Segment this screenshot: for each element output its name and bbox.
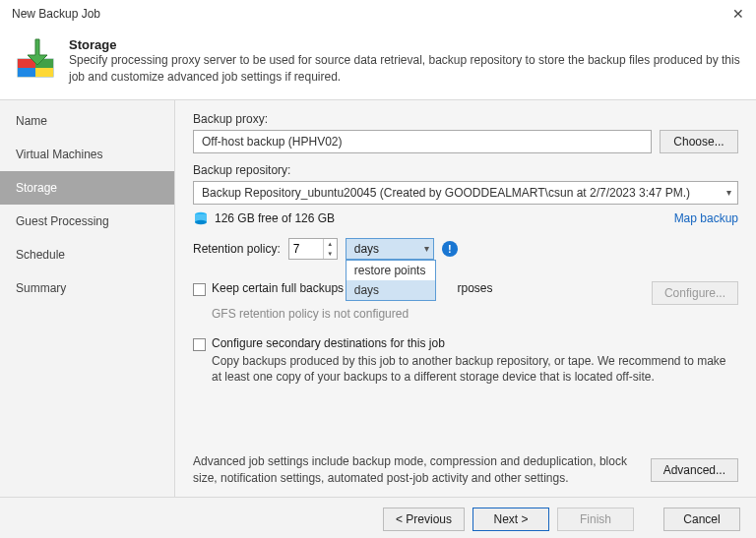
- free-space-text: 126 GB free of 126 GB: [215, 211, 335, 225]
- secondary-label: Configure secondary destinations for thi…: [212, 336, 445, 350]
- keep-full-checkbox[interactable]: [193, 283, 206, 296]
- nav-item-schedule[interactable]: Schedule: [0, 238, 174, 271]
- option-restore-points[interactable]: restore points: [346, 261, 435, 280]
- retention-unit-combo[interactable]: days ▾ restore points days: [346, 238, 434, 260]
- nav-item-virtual-machines[interactable]: Virtual Machines: [0, 138, 174, 171]
- chevron-down-icon: ▾: [726, 187, 731, 198]
- nav-item-summary[interactable]: Summary: [0, 271, 174, 305]
- main-panel: Backup proxy: Off-host backup (HPHV02) C…: [175, 100, 756, 497]
- option-days[interactable]: days: [346, 280, 435, 300]
- nav-item-name[interactable]: Name: [0, 104, 174, 138]
- repo-combo[interactable]: Backup Repository_ubuntu20045 (Created b…: [193, 181, 738, 205]
- header-text: Storage Specify processing proxy server …: [69, 37, 742, 86]
- storage-icon: [14, 37, 57, 81]
- choose-button[interactable]: Choose...: [660, 130, 738, 153]
- nav-item-storage[interactable]: Storage: [0, 171, 174, 205]
- page-title: Storage: [69, 37, 742, 52]
- proxy-field[interactable]: Off-host backup (HPHV02): [193, 130, 652, 153]
- wizard-footer: < Previous Next > Finish Cancel: [0, 497, 756, 538]
- secondary-checkbox[interactable]: [193, 338, 206, 351]
- retention-unit-value: days: [354, 242, 379, 256]
- page-description: Specify processing proxy server to be us…: [69, 52, 742, 86]
- svg-rect-3: [18, 68, 35, 77]
- nav-item-guest-processing[interactable]: Guest Processing: [0, 205, 174, 238]
- map-backup-link[interactable]: Map backup: [674, 211, 738, 225]
- chevron-up-icon[interactable]: ▲: [324, 239, 337, 249]
- repo-label: Backup repository:: [193, 163, 738, 177]
- advanced-desc: Advanced job settings include backup mod…: [193, 453, 641, 487]
- retention-value[interactable]: [289, 239, 323, 259]
- svg-rect-4: [35, 68, 53, 77]
- svg-point-7: [195, 219, 207, 223]
- configure-button: Configure...: [652, 281, 738, 305]
- retention-label: Retention policy:: [193, 242, 281, 256]
- info-icon[interactable]: !: [442, 241, 458, 257]
- wizard-header: Storage Specify processing proxy server …: [0, 28, 756, 100]
- retention-spinner[interactable]: ▲ ▼: [288, 238, 338, 260]
- finish-button: Finish: [557, 508, 634, 531]
- retention-unit-dropdown: restore points days: [346, 260, 436, 301]
- chevron-down-icon: ▾: [424, 243, 429, 254]
- advanced-button[interactable]: Advanced...: [651, 458, 738, 482]
- gfs-note: GFS retention policy is not configured: [212, 307, 738, 321]
- chevron-down-icon[interactable]: ▼: [324, 249, 337, 259]
- disk-icon: [193, 210, 209, 226]
- wizard-nav: Name Virtual Machines Storage Guest Proc…: [0, 100, 175, 497]
- secondary-desc: Copy backups produced by this job to ano…: [212, 353, 738, 387]
- next-button[interactable]: Next >: [472, 508, 549, 531]
- repo-value: Backup Repository_ubuntu20045 (Created b…: [202, 186, 690, 200]
- titlebar: New Backup Job ✕: [0, 0, 756, 28]
- spinner-arrows[interactable]: ▲ ▼: [323, 239, 337, 259]
- window-title: New Backup Job: [8, 7, 728, 21]
- previous-button[interactable]: < Previous: [383, 508, 465, 531]
- proxy-label: Backup proxy:: [193, 112, 738, 126]
- cancel-button[interactable]: Cancel: [663, 508, 740, 531]
- close-icon[interactable]: ✕: [728, 6, 748, 22]
